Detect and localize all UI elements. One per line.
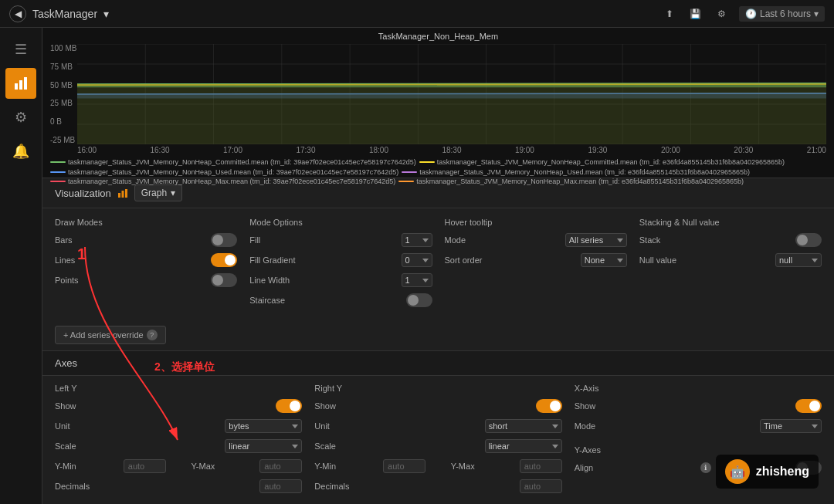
mode-options-group: Mode Options Fill 1023 Fill Gradient 012 bbox=[249, 218, 432, 313]
add-series-override-button[interactable]: + Add series override ? bbox=[55, 326, 166, 344]
right-unit-select[interactable]: shortbytespercent bbox=[485, 419, 562, 433]
chart-container: TaskManager_Non_Heap_Mem 100 MB 75 MB 50… bbox=[42, 28, 834, 178]
right-ymax-input[interactable] bbox=[520, 459, 562, 473]
line-width-label: Line Width bbox=[249, 276, 296, 285]
share-button[interactable]: ⬆ bbox=[660, 5, 679, 23]
legend-row-3: taskmanager_Status_JVM_Memory_NonHeap_Ma… bbox=[50, 177, 826, 187]
tooltip-mode-select[interactable]: All seriesSingle bbox=[565, 233, 627, 247]
top-bar-right: ⬆ 💾 ⚙ 🕐 Last 6 hours ▾ bbox=[660, 5, 825, 23]
left-ymin-label: Y-Min bbox=[55, 462, 101, 471]
bars-toggle[interactable] bbox=[211, 233, 237, 247]
x-show-row: Show bbox=[575, 399, 822, 413]
sidebar-item-bell[interactable]: 🔔 bbox=[5, 136, 36, 167]
chart-svg bbox=[77, 44, 826, 144]
right-decimals-input[interactable] bbox=[520, 479, 562, 493]
stacking-group: Stacking & Null value Stack Null value n… bbox=[639, 218, 822, 313]
legend-row-1: taskmanager_Status_JVM_Memory_NonHeap_Co… bbox=[50, 157, 826, 167]
sidebar-item-layers[interactable]: ☰ bbox=[5, 34, 36, 65]
y-label-50mb: 50 MB bbox=[50, 81, 77, 90]
bars-label: Bars bbox=[55, 235, 101, 245]
x-label-2000: 20:00 bbox=[661, 146, 680, 154]
svg-rect-1 bbox=[19, 80, 22, 90]
left-ymax-input[interactable] bbox=[259, 459, 302, 473]
save-button[interactable]: 💾 bbox=[687, 5, 705, 23]
time-range-selector[interactable]: 🕐 Last 6 hours ▾ bbox=[739, 6, 825, 22]
chart-legend: taskmanager_Status_JVM_Memory_NonHeap_Co… bbox=[42, 154, 834, 190]
clock-icon: 🕐 bbox=[745, 8, 757, 19]
right-show-label: Show bbox=[314, 401, 361, 411]
left-show-row: Show bbox=[55, 399, 302, 413]
y-axes-label: Y-Axes bbox=[575, 445, 822, 455]
back-button[interactable]: ◀ bbox=[9, 5, 26, 22]
null-value-select[interactable]: nullconnected0 bbox=[775, 253, 822, 267]
right-show-toggle[interactable] bbox=[536, 399, 562, 413]
points-row: Points bbox=[55, 273, 237, 287]
left-decimals-input[interactable] bbox=[259, 479, 302, 493]
fill-select[interactable]: 1023 bbox=[402, 233, 432, 247]
y-label-100mb: 100 MB bbox=[50, 44, 77, 52]
add-series-label: + Add series override bbox=[63, 330, 144, 340]
left-decimals-label: Decimals bbox=[55, 482, 101, 491]
content-area: TaskManager_Non_Heap_Mem 100 MB 75 MB 50… bbox=[42, 28, 834, 504]
left-y-col: Left Y Show Unit bytesshortpercent bbox=[55, 384, 302, 499]
left-ymax-label: Y-Max bbox=[192, 462, 238, 471]
lines-toggle[interactable] bbox=[211, 253, 237, 267]
left-scale-select[interactable]: linearlog bbox=[225, 439, 302, 453]
stacking-label: Stacking & Null value bbox=[639, 218, 822, 227]
dropdown-icon[interactable]: ▾ bbox=[103, 8, 109, 20]
watermark: 🤖 zhisheng bbox=[716, 455, 819, 489]
x-show-toggle[interactable] bbox=[795, 399, 822, 413]
x-mode-select[interactable]: TimeSeries bbox=[760, 419, 822, 433]
sidebar-item-gear[interactable]: ⚙ bbox=[5, 102, 36, 133]
x-label-1830: 18:30 bbox=[442, 146, 461, 154]
axes-header: Axes bbox=[42, 351, 834, 376]
legend-row-2: taskmanager_Status_JVM_Memory_NonHeap_Us… bbox=[50, 167, 826, 178]
chart-canvas bbox=[77, 44, 826, 144]
time-range-chevron: ▾ bbox=[814, 8, 819, 19]
x-label-1600: 16:00 bbox=[77, 146, 97, 154]
left-y-label: Left Y bbox=[55, 384, 302, 393]
chart-bars-icon bbox=[13, 76, 29, 91]
x-label-1930: 19:30 bbox=[588, 146, 607, 154]
hover-tooltip-group: Hover tooltip Mode All seriesSingle Sort… bbox=[445, 218, 627, 313]
line-width-row: Line Width 123 bbox=[249, 273, 432, 287]
y-label-neg25mb: -25 MB bbox=[50, 136, 77, 144]
settings-button[interactable]: ⚙ bbox=[713, 5, 731, 23]
legend-item-5: taskmanager_Status_JVM_Memory_NonHeap_Ma… bbox=[50, 177, 395, 187]
left-show-toggle[interactable] bbox=[276, 399, 302, 413]
y-align-label: Align bbox=[575, 463, 621, 472]
right-scale-label: Scale bbox=[314, 441, 361, 451]
left-ymin-input[interactable] bbox=[124, 459, 166, 473]
right-scale-row: Scale linearlog bbox=[314, 439, 561, 453]
stack-toggle[interactable] bbox=[795, 233, 822, 247]
sort-order-select[interactable]: NoneAscDesc bbox=[581, 253, 627, 267]
right-y-label: Right Y bbox=[314, 384, 561, 393]
lines-label: Lines bbox=[55, 255, 101, 265]
mode-options-label: Mode Options bbox=[249, 218, 432, 227]
svg-rect-21 bbox=[121, 191, 124, 198]
fill-gradient-select[interactable]: 012 bbox=[402, 253, 432, 267]
sort-order-row: Sort order NoneAscDesc bbox=[445, 253, 627, 267]
legend-item-6: taskmanager_Status_JVM_Memory_NonHeap_Ma… bbox=[398, 177, 744, 187]
left-scale-row: Scale linearlog bbox=[55, 439, 302, 453]
options-grid: Draw Modes Bars Lines bbox=[42, 208, 834, 323]
line-width-select[interactable]: 123 bbox=[402, 273, 432, 287]
fill-label: Fill bbox=[249, 235, 296, 245]
left-unit-select[interactable]: bytesshortpercent bbox=[225, 419, 302, 433]
right-ymin-input[interactable] bbox=[383, 459, 425, 473]
stack-row: Stack bbox=[639, 233, 822, 247]
right-scale-select[interactable]: linearlog bbox=[485, 439, 562, 453]
points-toggle[interactable] bbox=[211, 273, 237, 287]
right-unit-row: Unit shortbytespercent bbox=[314, 419, 561, 433]
x-show-label: Show bbox=[575, 401, 621, 411]
left-decimals-row: Decimals bbox=[55, 479, 302, 493]
staircase-toggle[interactable] bbox=[406, 293, 432, 307]
align-info-icon: ℹ bbox=[700, 462, 711, 473]
svg-rect-22 bbox=[125, 189, 127, 198]
x-label-1630: 16:30 bbox=[150, 146, 169, 154]
legend-text-3: taskmanager_Status_JVM_Memory_NonHeap_Us… bbox=[68, 167, 398, 178]
sidebar-item-chart[interactable] bbox=[5, 68, 36, 99]
x-label-1900: 19:00 bbox=[515, 146, 534, 154]
fill-row: Fill 1023 bbox=[249, 233, 432, 247]
legend-dot-1 bbox=[50, 161, 66, 163]
